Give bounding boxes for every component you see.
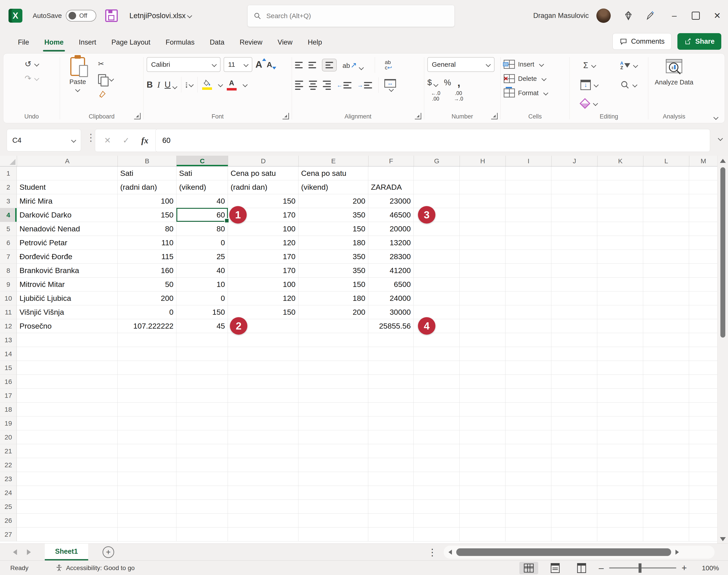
ribbon-tab-page-layout[interactable]: Page Layout	[104, 31, 158, 53]
clear-button[interactable]	[573, 97, 606, 110]
share-button[interactable]: Share	[678, 33, 721, 50]
cell-F19[interactable]	[368, 416, 414, 430]
cell-A16[interactable]	[17, 375, 117, 388]
cell-I20[interactable]	[506, 430, 551, 444]
cell-H25[interactable]	[460, 500, 506, 514]
cell-D8[interactable]: 170	[228, 264, 298, 277]
insert-function-button[interactable]: fx	[141, 136, 148, 145]
cell-L6[interactable]	[643, 236, 689, 250]
cell-H18[interactable]	[460, 403, 506, 416]
cell-A10[interactable]: Ljubičić Ljubica	[17, 292, 117, 305]
cell-J19[interactable]	[551, 416, 597, 430]
cell-B18[interactable]	[117, 403, 176, 416]
cell-M1[interactable]	[689, 166, 718, 180]
cell-D6[interactable]: 120	[228, 236, 298, 250]
cell-A25[interactable]	[17, 500, 117, 514]
cell-I19[interactable]	[506, 416, 551, 430]
cell-E26[interactable]	[298, 514, 368, 528]
cell-M7[interactable]	[689, 250, 718, 264]
underline-button[interactable]: U	[165, 80, 176, 90]
cell-E11[interactable]: 200	[298, 305, 368, 319]
cell-M8[interactable]	[689, 264, 718, 277]
cell-D2[interactable]: (radni dan)	[228, 180, 298, 194]
cell-H27[interactable]	[460, 528, 506, 541]
cell-B12[interactable]: 107.222222	[117, 319, 176, 333]
cell-B9[interactable]: 50	[117, 277, 176, 292]
cell-C4[interactable]: 60	[176, 208, 228, 222]
column-header-A[interactable]: A	[17, 156, 118, 166]
row-header-21[interactable]: 21	[0, 444, 17, 458]
cell-J10[interactable]	[551, 292, 597, 305]
sheet-tab-sheet1[interactable]: Sheet1	[45, 544, 88, 561]
search-input[interactable]	[266, 12, 448, 20]
cell-J8[interactable]	[551, 264, 597, 277]
cell-L12[interactable]	[643, 319, 689, 333]
cell-K16[interactable]	[597, 375, 643, 388]
cell-F26[interactable]	[368, 514, 414, 528]
cell-L20[interactable]	[643, 430, 689, 444]
cell-K24[interactable]	[597, 486, 643, 500]
cell-J27[interactable]	[551, 528, 597, 541]
cut-button[interactable]: ✂	[98, 58, 104, 70]
cell-C15[interactable]	[176, 361, 228, 375]
cell-M22[interactable]	[689, 458, 718, 472]
cell-H1[interactable]	[460, 166, 506, 180]
cell-I12[interactable]	[506, 319, 551, 333]
decrease-indent-button[interactable]: ←	[337, 82, 352, 89]
cell-L9[interactable]	[643, 277, 689, 292]
cell-H7[interactable]	[460, 250, 506, 264]
cell-F5[interactable]: 20000	[368, 222, 414, 236]
accessibility-status[interactable]: Accessibility: Good to go	[55, 564, 135, 572]
cell-H14[interactable]	[460, 347, 506, 361]
cell-B24[interactable]	[117, 486, 176, 500]
cell-D22[interactable]	[228, 458, 298, 472]
cell-J15[interactable]	[551, 361, 597, 375]
cell-F13[interactable]	[368, 333, 414, 347]
cell-A19[interactable]	[17, 416, 117, 430]
number-format-select[interactable]: General	[427, 57, 495, 72]
clipboard-dialog-launcher[interactable]	[134, 113, 141, 120]
cell-I17[interactable]	[506, 388, 551, 403]
cell-K8[interactable]	[597, 264, 643, 277]
cell-J22[interactable]	[551, 458, 597, 472]
cell-K12[interactable]	[597, 319, 643, 333]
cell-M26[interactable]	[689, 514, 718, 528]
cell-B4[interactable]: 150	[117, 208, 176, 222]
cell-K1[interactable]	[597, 166, 643, 180]
cell-A5[interactable]: Nenadović Nenad	[17, 222, 117, 236]
ribbon-tab-help[interactable]: Help	[300, 31, 330, 53]
cell-A4[interactable]: Darković Darko	[17, 208, 117, 222]
cell-E8[interactable]: 350	[298, 264, 368, 277]
cell-D1[interactable]: Cena po satu	[228, 166, 298, 180]
column-header-E[interactable]: E	[299, 156, 368, 166]
cell-G16[interactable]	[414, 375, 460, 388]
vertical-scrollbar-thumb[interactable]	[720, 167, 725, 338]
cell-I5[interactable]	[506, 222, 551, 236]
borders-button[interactable]	[186, 83, 193, 87]
cell-F3[interactable]: 23000	[368, 194, 414, 208]
cell-M27[interactable]	[689, 528, 718, 541]
cell-J1[interactable]	[551, 166, 597, 180]
column-header-G[interactable]: G	[414, 156, 460, 166]
align-left-button[interactable]	[295, 81, 303, 90]
cell-E10[interactable]: 180	[298, 292, 368, 305]
cell-E15[interactable]	[298, 361, 368, 375]
cell-B26[interactable]	[117, 514, 176, 528]
cell-H24[interactable]	[460, 486, 506, 500]
cell-G27[interactable]	[414, 528, 460, 541]
column-header-D[interactable]: D	[228, 156, 299, 166]
cell-I2[interactable]	[506, 180, 551, 194]
cell-I26[interactable]	[506, 514, 551, 528]
cell-L23[interactable]	[643, 472, 689, 486]
cell-F1[interactable]	[368, 166, 414, 180]
bold-button[interactable]: B	[147, 80, 153, 90]
cell-L19[interactable]	[643, 416, 689, 430]
cell-E18[interactable]	[298, 403, 368, 416]
cell-C1[interactable]: Sati	[176, 166, 228, 180]
formula-input[interactable]: 60	[155, 129, 710, 152]
row-header-27[interactable]: 27	[0, 528, 17, 541]
cell-C24[interactable]	[176, 486, 228, 500]
cell-K22[interactable]	[597, 458, 643, 472]
cell-C12[interactable]: 45	[176, 319, 228, 333]
cell-C13[interactable]	[176, 333, 228, 347]
